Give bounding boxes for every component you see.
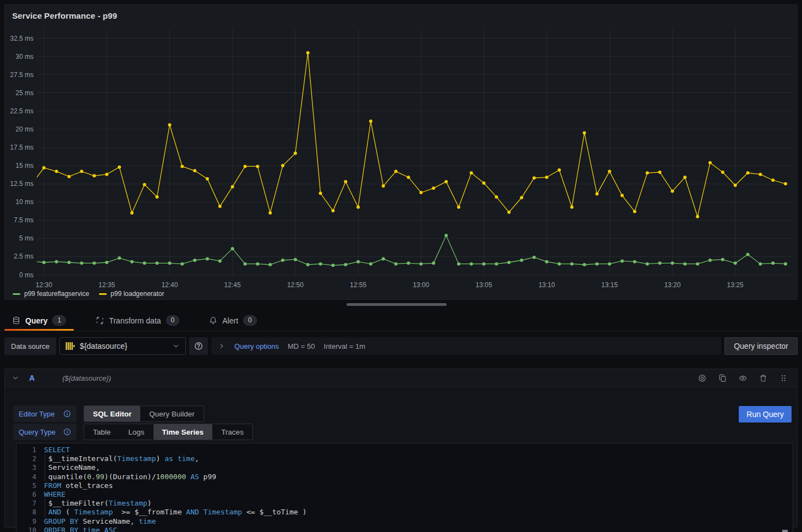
svg-text:27.5 ms: 27.5 ms xyxy=(10,71,34,79)
tab-alert[interactable]: Alert0 xyxy=(201,310,264,331)
query-options-toggle[interactable]: Query options xyxy=(234,342,279,350)
sql-line[interactable]: 7 $__timeFilter(Timestamp) xyxy=(17,499,793,508)
sql-line-content: $__timeInterval(Timestamp) as time, xyxy=(44,454,199,463)
editor-type-row: Editor Type SQL EditorQuery Builder xyxy=(13,405,204,422)
sql-line[interactable]: 2 $__timeInterval(Timestamp) as time, xyxy=(17,454,793,463)
sql-line[interactable]: 3 ServiceName, xyxy=(17,463,793,472)
eye-icon[interactable] xyxy=(735,371,750,385)
svg-text:13:25: 13:25 xyxy=(727,281,744,289)
line-number: 5 xyxy=(17,481,36,490)
line-number: 10 xyxy=(17,526,36,532)
datasource-help-button[interactable] xyxy=(189,337,208,355)
legend-label: p99 loadgenerator xyxy=(111,290,164,298)
query-row-actions xyxy=(695,371,790,385)
tab-label: Query xyxy=(25,316,47,325)
sql-code: 1SELECT2 $__timeInterval(Timestamp) as t… xyxy=(17,443,793,532)
query-type-table[interactable]: Table xyxy=(84,424,119,440)
sql-line-content: GROUP BY ServiceName, time xyxy=(44,517,156,526)
editor-scrollbar-thumb[interactable] xyxy=(782,530,788,532)
drag-handle-icon[interactable] xyxy=(776,371,790,385)
line-number: 3 xyxy=(17,463,36,472)
svg-text:32.5 ms: 32.5 ms xyxy=(10,35,34,42)
sql-line[interactable]: 6WHERE xyxy=(17,490,793,499)
tab-label: Transform data xyxy=(109,316,161,325)
sql-line[interactable]: 8 AND ( Timestamp >= $__fromTime AND Tim… xyxy=(17,508,793,517)
editor-tabs: Query1Transform data0Alert0 xyxy=(4,310,265,331)
editor-type-sql-editor[interactable]: SQL Editor xyxy=(84,406,140,421)
svg-text:12:45: 12:45 xyxy=(224,281,241,289)
line-number: 1 xyxy=(17,446,36,454)
bell-icon xyxy=(209,316,217,325)
query-type-logs[interactable]: Logs xyxy=(119,424,153,440)
chevron-down-icon xyxy=(172,342,180,350)
svg-text:12.5 ms: 12.5 ms xyxy=(10,180,34,188)
svg-text:2.5 ms: 2.5 ms xyxy=(14,253,34,260)
sql-line-content: ServiceName, xyxy=(44,463,100,472)
query-type-time-series[interactable]: Time Series xyxy=(153,424,213,440)
line-number: 6 xyxy=(17,490,36,499)
copy-icon[interactable] xyxy=(715,371,729,385)
svg-text:13:20: 13:20 xyxy=(664,281,680,289)
sql-editor[interactable]: 1SELECT2 $__timeInterval(Timestamp) as t… xyxy=(16,443,793,532)
info-icon[interactable] xyxy=(63,428,71,436)
svg-text:7.5 ms: 7.5 ms xyxy=(14,216,34,224)
svg-text:12:30: 12:30 xyxy=(36,281,52,289)
svg-text:12:35: 12:35 xyxy=(98,281,115,289)
tab-count-badge: 1 xyxy=(52,315,66,326)
query-ref-name[interactable]: A xyxy=(29,374,35,382)
sql-line-content: $__timeFilter(Timestamp) xyxy=(44,499,152,508)
editor-type-query-builder[interactable]: Query Builder xyxy=(140,406,204,421)
tabs-divider xyxy=(0,331,802,331)
datasource-picker[interactable]: ${datasource} xyxy=(59,337,186,355)
series-p99-featureflagservice xyxy=(30,234,787,267)
svg-text:12:40: 12:40 xyxy=(161,281,178,289)
interval-value: Interval = 1m xyxy=(324,342,366,350)
tab-query[interactable]: Query1 xyxy=(4,310,74,331)
query-inspector-button[interactable]: Query inspector xyxy=(724,337,798,355)
sql-line[interactable]: 5FROM otel_traces xyxy=(17,481,793,490)
chevron-right-icon[interactable] xyxy=(218,342,226,350)
legend-item[interactable]: p99 featureflagservice xyxy=(13,290,89,298)
svg-text:30 ms: 30 ms xyxy=(15,53,34,61)
horizontal-scrollbar[interactable] xyxy=(347,303,447,306)
svg-text:22.5 ms: 22.5 ms xyxy=(10,107,34,115)
svg-text:12:55: 12:55 xyxy=(350,281,366,289)
query-datasource-hint: (${datasource}) xyxy=(62,374,111,382)
sql-line[interactable]: 4 quantile(0.99)(Duration)/1000000 AS p9… xyxy=(17,473,793,481)
timeseries-chart[interactable]: 0 ms2.5 ms5 ms7.5 ms10 ms12.5 ms15 ms17.… xyxy=(5,5,797,299)
svg-text:0 ms: 0 ms xyxy=(19,271,34,279)
svg-text:17.5 ms: 17.5 ms xyxy=(10,144,34,151)
datasource-value: ${datasource} xyxy=(80,342,168,350)
line-number: 9 xyxy=(17,517,36,526)
datasource-label: Data source xyxy=(4,337,56,355)
collapse-chevron-icon[interactable] xyxy=(12,374,19,382)
query-type-traces[interactable]: Traces xyxy=(212,424,252,440)
legend-item[interactable]: p99 loadgenerator xyxy=(99,290,164,298)
query-editor-card: A (${datasource}) Editor Type SQL Editor… xyxy=(4,369,798,528)
record-icon[interactable] xyxy=(695,371,709,385)
query-row-header: A (${datasource}) xyxy=(5,369,797,387)
chart-panel: Service Performance - p99 0 ms2.5 ms5 ms… xyxy=(4,4,798,300)
query-type-group: TableLogsTime SeriesTraces xyxy=(84,424,253,440)
chart-legend: p99 featureflagservicep99 loadgenerator xyxy=(13,290,164,298)
svg-text:13:15: 13:15 xyxy=(601,281,618,289)
run-query-button[interactable]: Run Query xyxy=(739,406,792,423)
line-number: 4 xyxy=(17,473,36,481)
sql-line[interactable]: 9GROUP BY ServiceName, time xyxy=(17,517,793,526)
editor-type-group: SQL EditorQuery Builder xyxy=(84,405,204,422)
trash-icon[interactable] xyxy=(756,371,770,385)
datasource-row: Data source ${datasource} Query options … xyxy=(4,337,798,355)
sql-line-content: WHERE xyxy=(44,490,65,499)
sql-line[interactable]: 10ORDER BY time ASC xyxy=(17,526,793,532)
sql-line[interactable]: 1SELECT xyxy=(17,446,793,454)
tab-transform-data[interactable]: Transform data0 xyxy=(88,310,187,331)
svg-text:5 ms: 5 ms xyxy=(19,234,34,242)
sql-line-content: AND ( Timestamp >= $__fromTime AND Times… xyxy=(44,508,306,517)
legend-label: p99 featureflagservice xyxy=(24,290,89,298)
info-icon[interactable] xyxy=(63,410,71,418)
svg-text:20 ms: 20 ms xyxy=(15,125,34,133)
grafana-panel-edit-page: Service Performance - p99 0 ms2.5 ms5 ms… xyxy=(0,0,802,532)
line-number: 2 xyxy=(17,454,36,463)
clickhouse-logo-icon xyxy=(65,342,75,350)
legend-swatch xyxy=(13,293,20,295)
